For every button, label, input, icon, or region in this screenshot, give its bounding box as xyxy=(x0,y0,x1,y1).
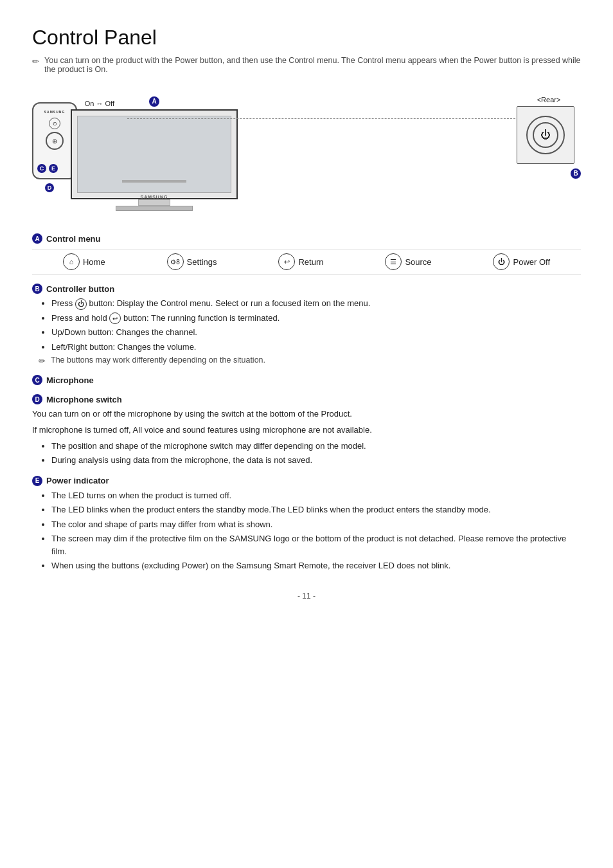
return-label: Return xyxy=(298,257,323,267)
bullet-press-button: Press ⏻ button: Display the Control menu… xyxy=(51,297,581,310)
label-e-section-circle: E xyxy=(32,476,42,486)
return-inline-icon: ↩ xyxy=(109,312,121,324)
menu-item-poweroff: ⏻ Power Off xyxy=(493,253,550,270)
labels-ce: C E xyxy=(37,164,58,173)
control-menu-title: Control menu xyxy=(46,234,101,244)
microphone-header: C Microphone xyxy=(32,375,581,385)
pencil-icon-2: ✏ xyxy=(39,356,46,366)
bullet-press-hold: Press and hold ↩ button: The running fun… xyxy=(51,312,581,325)
rear-label-text: <Rear> xyxy=(517,96,581,104)
bullet-screen-dim: The screen may dim if the protective fil… xyxy=(51,532,581,557)
pencil-icon: ✏ xyxy=(32,57,39,66)
power-indicator-header: E Power indicator xyxy=(32,476,581,486)
label-b-section-circle: B xyxy=(32,284,42,294)
menu-item-settings: ⚙8 Settings xyxy=(167,253,217,270)
monitor-stand-top xyxy=(138,199,170,206)
bullet-mic-analysis: During analysis using data from the micr… xyxy=(51,454,581,467)
bullet-color-shape: The color and shape of parts may differ … xyxy=(51,518,581,531)
bullet-led-blinks: The LED blinks when the product enters t… xyxy=(51,503,581,516)
rear-device: ⏻ xyxy=(517,106,574,164)
intro-note-line: ✏ You can turn on the product with the P… xyxy=(32,56,581,74)
rear-power-symbol: ⏻ xyxy=(540,129,551,141)
home-label: Home xyxy=(83,257,105,267)
controller-button-section: B Controller button Press ⏻ button: Disp… xyxy=(32,284,581,366)
microphone-switch-title: Microphone switch xyxy=(46,395,122,404)
controller-note: ✏ The buttons may work differently depen… xyxy=(39,356,581,366)
settings-label: Settings xyxy=(187,257,217,267)
rear-circle-outer: ⏻ xyxy=(526,116,565,154)
rear-box: <Rear> ⏻ B xyxy=(517,96,581,179)
poweroff-icon: ⏻ xyxy=(493,253,510,270)
screen-bar xyxy=(122,180,186,183)
mic-paragraph-2: If microphone is turned off, All voice a… xyxy=(32,424,581,437)
control-menu-row: ⌂ Home ⚙8 Settings ↩ Return ☰ Source ⏻ P… xyxy=(32,249,581,275)
intro-note-text: You can turn on the product with the Pow… xyxy=(44,56,581,74)
source-label: Source xyxy=(405,257,431,267)
bullet-updown: Up/Down button: Changes the channel. xyxy=(51,326,581,339)
mic-switch-list: The position and shape of the microphone… xyxy=(32,440,581,467)
device-logo-btn: ⊙ xyxy=(49,118,60,129)
label-c-circle: C xyxy=(37,164,46,173)
samsung-brand-label: SAMSUNG xyxy=(44,110,66,114)
label-d-circle: D xyxy=(45,183,54,192)
controller-note-text: The buttons may work differently dependi… xyxy=(51,356,265,365)
label-a-circle: A xyxy=(149,96,159,107)
monitor-inner xyxy=(77,116,231,193)
label-d-section-circle: D xyxy=(32,394,42,404)
controller-button-title: Controller button xyxy=(46,284,114,294)
monitor-wrap: A SAMSUNG xyxy=(71,96,238,211)
control-menu-section: A Control menu ⌂ Home ⚙8 Settings ↩ Retu… xyxy=(32,233,581,275)
bullet-led-on: The LED turns on when the product is tur… xyxy=(51,489,581,502)
return-icon: ↩ xyxy=(278,253,295,270)
label-b-circle: B xyxy=(571,168,581,179)
menu-item-home: ⌂ Home xyxy=(63,253,105,270)
samsung-logo-monitor: SAMSUNG xyxy=(141,195,168,199)
microphone-switch-header: D Microphone switch xyxy=(32,394,581,404)
source-icon: ☰ xyxy=(385,253,402,270)
dashed-connector xyxy=(127,118,515,119)
microphone-section: C Microphone xyxy=(32,375,581,385)
label-e-circle: E xyxy=(49,164,58,173)
label-a-above: A xyxy=(71,96,238,107)
power-indicator-list: The LED turns on when the product is tur… xyxy=(32,489,581,572)
controller-button-header: B Controller button xyxy=(32,284,581,294)
home-icon: ⌂ xyxy=(63,253,80,270)
microphone-switch-section: D Microphone switch You can turn on or o… xyxy=(32,394,581,467)
power-indicator-section: E Power indicator The LED turns on when … xyxy=(32,476,581,572)
label-b-row: B xyxy=(517,168,581,179)
monitor-screen: SAMSUNG xyxy=(71,109,238,199)
controller-button-list: Press ⏻ button: Display the Control menu… xyxy=(32,297,581,353)
power-indicator-title: Power indicator xyxy=(46,476,109,485)
power-inline-icon: ⏻ xyxy=(75,298,87,310)
microphone-title: Microphone xyxy=(46,375,94,385)
bullet-leftright: Left/Right button: Changes the volume. xyxy=(51,341,581,354)
rear-circle-inner: ⏻ xyxy=(533,122,558,148)
label-a-header-circle: A xyxy=(32,233,42,244)
diagram-area: On ↔ Off SAMSUNG ⊙ ⊕ C E D A xyxy=(32,89,581,224)
menu-item-return: ↩ Return xyxy=(278,253,323,270)
bullet-mic-position: The position and shape of the microphone… xyxy=(51,440,581,453)
menu-item-source: ☰ Source xyxy=(385,253,431,270)
settings-icon: ⚙8 xyxy=(167,253,184,270)
mic-paragraph-1: You can turn on or off the microphone by… xyxy=(32,408,581,421)
label-c-section-circle: C xyxy=(32,375,42,385)
monitor-stand-bottom xyxy=(116,206,193,211)
control-menu-header: A Control menu xyxy=(32,233,581,244)
page-number: - 11 - xyxy=(32,592,581,601)
device-nav-btn: ⊕ xyxy=(46,132,64,150)
poweroff-label: Power Off xyxy=(513,257,550,267)
bullet-smart-remote: When using the buttons (excluding Power)… xyxy=(51,559,581,572)
page-title: Control Panel xyxy=(32,26,581,50)
